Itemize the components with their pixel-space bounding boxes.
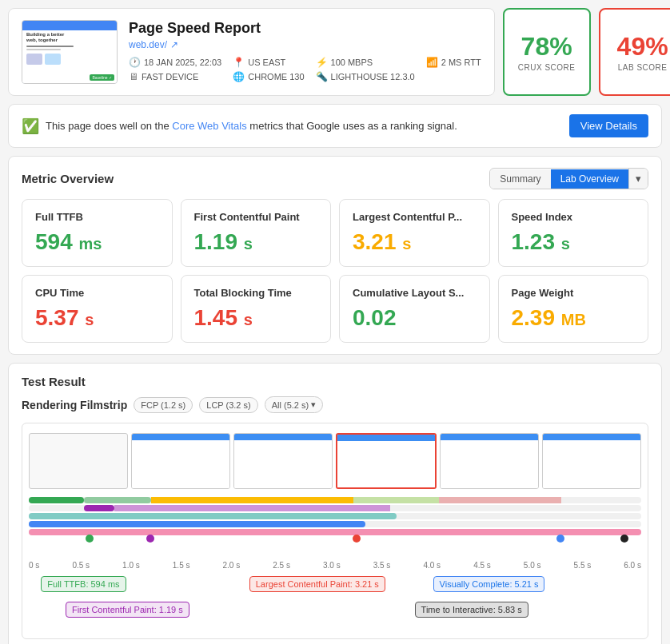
timeline-bar-4	[29, 521, 641, 527]
film-frame-6	[542, 433, 641, 489]
test-result-title: Test Result	[22, 375, 648, 388]
label-lcp: Largest Contentful Paint: 3.21 s	[249, 576, 385, 592]
page-thumbnail: Building a betterweb, together Baseline …	[22, 20, 118, 84]
timeline-bar-2	[29, 505, 641, 511]
metric-value-lcp: 3.21 s	[353, 229, 477, 255]
metric-name-cls: Cumulative Layout S...	[353, 287, 477, 299]
filmstrip-title: Rendering Filmstrip	[22, 399, 127, 411]
film-frame-4	[336, 433, 437, 489]
metric-overview-section: Metric Overview Summary Lab Overview ▾ F…	[8, 156, 662, 355]
crux-score-value: 78%	[521, 32, 572, 62]
tab-lab-overview[interactable]: Lab Overview	[551, 169, 628, 189]
fcp-badge[interactable]: FCP (1.2 s)	[134, 397, 193, 413]
test-result-section: Test Result Rendering Filmstrip FCP (1.2…	[8, 363, 662, 644]
time-45s: 4.5 s	[473, 561, 491, 570]
marker-ttfb	[86, 535, 94, 543]
check-icon: ✅	[22, 117, 39, 135]
film-frame-2	[131, 433, 230, 489]
section-title: Metric Overview	[22, 172, 114, 185]
meta-browser: 🌐CHROME 130	[233, 71, 304, 82]
label-ttfb: Full TTFB: 594 ms	[41, 576, 126, 592]
metric-value-ttfb: 594 ms	[35, 229, 159, 255]
meta-lighthouse: 🔦LIGHTHOUSE 12.3.0	[316, 71, 415, 82]
metric-name-page-weight: Page Weight	[512, 287, 636, 299]
meta-device: 🖥FAST DEVICE	[129, 71, 221, 82]
time-3s: 3.0 s	[323, 561, 341, 570]
filmstrip-container: 0 s 0.5 s 1.0 s 1.5 s 2.0 s 2.5 s 3.0 s …	[22, 423, 648, 639]
metric-name-lcp: Largest Contentful P...	[353, 211, 477, 223]
time-55s: 5.5 s	[574, 561, 592, 570]
meta-grid: 🕐18 JAN 2025, 22:03 📍US EAST ⚡100 MBPS 📶…	[129, 57, 481, 82]
all-badge-dropdown[interactable]: All (5.2 s) ▾	[265, 396, 323, 413]
core-web-vitals-banner: ✅ This page does well on the Core Web Vi…	[8, 104, 662, 148]
page-title: Page Speed Report	[129, 20, 481, 37]
metric-value-tbt: 1.45 s	[194, 305, 318, 331]
metric-name-cpu: CPU Time	[35, 287, 159, 299]
time-35s: 3.5 s	[373, 561, 391, 570]
marker-tti	[620, 535, 628, 543]
metric-value-page-weight: 2.39 MB	[512, 305, 636, 331]
tab-group: Summary Lab Overview ▾	[489, 168, 648, 189]
metric-name-tbt: Total Blocking Time	[194, 287, 318, 299]
time-1s: 1.0 s	[122, 561, 140, 570]
core-web-vitals-link[interactable]: Core Web Vitals	[172, 120, 246, 132]
label-visually-complete: Visually Complete: 5.21 s	[433, 576, 545, 592]
filmstrip-images	[29, 430, 641, 492]
time-0s: 0 s	[29, 561, 39, 570]
marker-fcp	[146, 535, 154, 543]
metric-page-weight: Page Weight 2.39 MB	[498, 275, 649, 343]
filmstrip-header: Rendering Filmstrip FCP (1.2 s) LCP (3.2…	[22, 396, 648, 413]
time-25s: 2.5 s	[273, 561, 290, 570]
metric-name-speed-index: Speed Index	[512, 211, 636, 223]
marker-visually-complete	[556, 535, 564, 543]
crux-score-label: CRUX SCORE	[518, 63, 576, 72]
time-5s: 5.0 s	[524, 561, 541, 570]
metric-tbt: Total Blocking Time 1.45 s	[181, 275, 332, 343]
lab-score-label: LAB SCORE	[618, 63, 668, 72]
tab-summary[interactable]: Summary	[490, 169, 550, 189]
timeline-container: 0 s 0.5 s 1.0 s 1.5 s 2.0 s 2.5 s 3.0 s …	[29, 497, 641, 632]
metrics-grid: Full TTFB 594 ms First Contentful Paint …	[22, 199, 648, 343]
metric-fcp: First Contentful Paint 1.19 s	[181, 199, 332, 267]
page-info-card: Building a betterweb, together Baseline …	[8, 8, 495, 96]
time-6s: 6.0 s	[624, 561, 641, 570]
metric-value-fcp: 1.19 s	[194, 229, 318, 255]
timeline-bar-1	[29, 497, 641, 503]
view-details-button[interactable]: View Details	[569, 114, 648, 137]
page-details: Page Speed Report web.dev/ ↗ 🕐18 JAN 202…	[129, 20, 481, 82]
score-cards: 78% CRUX SCORE 49% LAB SCORE	[503, 8, 670, 96]
lab-score-value: 49%	[617, 32, 668, 62]
label-fcp: First Contentful Paint: 1.19 s	[66, 602, 189, 618]
page-url[interactable]: web.dev/ ↗	[129, 39, 481, 50]
time-15s: 1.5 s	[173, 561, 190, 570]
film-frame-3	[233, 433, 333, 489]
metric-cpu-time: CPU Time 5.37 s	[22, 275, 173, 343]
external-link-icon: ↗	[170, 39, 178, 50]
meta-region: 📍US EAST	[233, 57, 304, 68]
film-frame-1	[29, 433, 128, 489]
metric-lcp: Largest Contentful P... 3.21 s	[339, 199, 490, 267]
metric-speed-index: Speed Index 1.23 s	[498, 199, 649, 267]
metric-value-cpu: 5.37 s	[35, 305, 159, 331]
time-4s: 4.0 s	[423, 561, 441, 570]
metric-name-fcp: First Contentful Paint	[194, 211, 318, 223]
meta-rtt: 📶2 MS RTT	[426, 57, 481, 68]
lab-score-card: 49% LAB SCORE	[599, 8, 670, 96]
time-2s: 2.0 s	[223, 561, 241, 570]
dropdown-chevron-icon: ▾	[311, 400, 316, 410]
film-frame-5	[440, 433, 539, 489]
banner-text: ✅ This page does well on the Core Web Vi…	[22, 117, 457, 135]
metric-full-ttfb: Full TTFB 594 ms	[22, 199, 173, 267]
time-labels: 0 s 0.5 s 1.0 s 1.5 s 2.0 s 2.5 s 3.0 s …	[29, 558, 641, 573]
timeline-bar-5	[29, 529, 641, 535]
annotation-labels: Full TTFB: 594 ms Largest Contentful Pai…	[29, 576, 641, 632]
tab-dropdown-button[interactable]: ▾	[628, 169, 648, 189]
marker-lcp	[353, 535, 361, 543]
banner-message: This page does well on the Core Web Vita…	[46, 120, 457, 132]
lcp-badge[interactable]: LCP (3.2 s)	[199, 397, 257, 413]
metric-name-ttfb: Full TTFB	[35, 211, 159, 223]
metric-value-cls: 0.02	[353, 305, 477, 331]
metric-cls: Cumulative Layout S... 0.02	[339, 275, 490, 343]
meta-bandwidth: ⚡100 MBPS	[316, 57, 415, 68]
timeline-bar-3	[29, 513, 641, 519]
